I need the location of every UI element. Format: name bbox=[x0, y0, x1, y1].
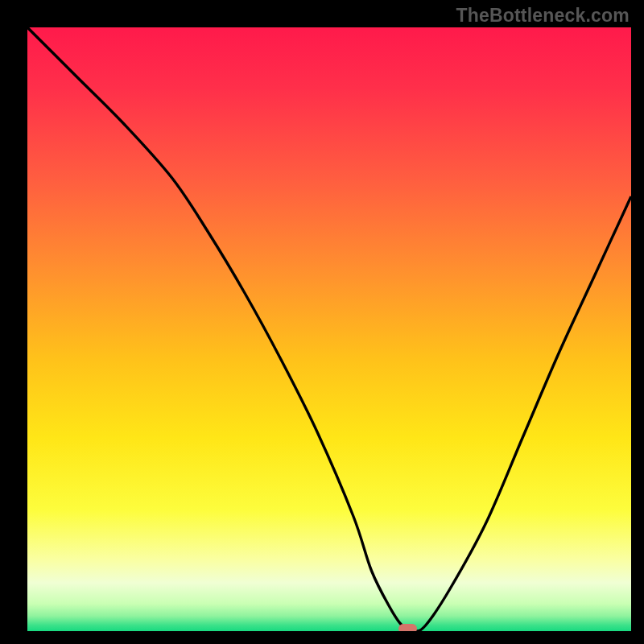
bottleneck-curve bbox=[27, 27, 631, 631]
optimal-marker bbox=[398, 624, 417, 631]
plot-area bbox=[27, 27, 631, 631]
chart-frame: TheBottleneck.com bbox=[0, 0, 644, 644]
watermark-label: TheBottleneck.com bbox=[456, 5, 630, 27]
